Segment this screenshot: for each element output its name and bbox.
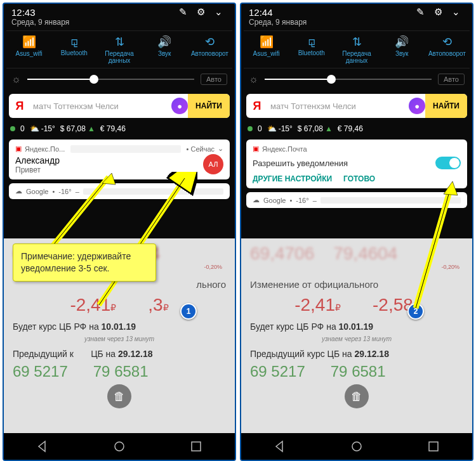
rotate-icon: ⟲: [425, 35, 470, 49]
status-dot: [10, 126, 15, 131]
toggle-data[interactable]: ⇅Передача данных: [334, 30, 379, 68]
notification-card[interactable]: ▣ Яндекс.По... • Сейчас ⌄ Александр Прив…: [9, 140, 230, 179]
trash-icon[interactable]: 🗑: [107, 384, 131, 408]
svg-point-0: [115, 442, 124, 451]
mail-icon: ▣: [15, 145, 22, 153]
status-date: Среда, 9 января: [4, 18, 235, 30]
status-time: 12:44: [249, 7, 411, 18]
weather-widget[interactable]: 0 ⛅ -15° $ 67,08 ▲ € 79,46: [246, 122, 467, 136]
toggle-wifi[interactable]: 📶Asus_wifi: [244, 30, 289, 68]
toggle-sound[interactable]: 🔊Звук: [380, 30, 425, 68]
settings-icon[interactable]: ⚙: [192, 6, 209, 18]
brightness-icon: ☼: [249, 74, 258, 85]
bluetooth-icon: ⚼: [51, 35, 96, 48]
find-button[interactable]: НАЙТИ: [425, 94, 467, 118]
expand-icon[interactable]: ⌄: [447, 6, 465, 18]
callout-note: Примечание: удерживайте уведомление 3-5 …: [13, 243, 156, 282]
yandex-search[interactable]: Я матч Тоттенхэм Челси ● НАЙТИ: [9, 94, 230, 118]
yandex-logo: Я: [9, 100, 30, 113]
edit-icon[interactable]: ✎: [411, 6, 429, 18]
nav-recent-icon[interactable]: [427, 440, 440, 453]
notification-time: • Сейчас: [187, 145, 215, 153]
notification-sender: Александр: [15, 155, 223, 166]
toggle-sound[interactable]: 🔊Звук: [142, 30, 187, 68]
yandex-logo: Я: [246, 100, 268, 113]
search-input: матч Тоттенхэм Челси: [268, 101, 409, 111]
toggle-rotate[interactable]: ⟲Автоповорот: [425, 30, 470, 68]
bluetooth-icon: ⚼: [289, 35, 334, 48]
cloud-icon: ☁: [15, 187, 22, 195]
step-badge-2: 2: [407, 303, 424, 320]
allow-notifications-label: Разрешить уведомления: [253, 159, 348, 168]
nav-home-icon[interactable]: [350, 440, 363, 453]
weather-widget[interactable]: 0 ⛅ -15° $ 67,08 ▲ € 79,46: [9, 122, 230, 136]
notification-app: Яндекс.По...: [25, 145, 65, 153]
find-button[interactable]: НАЙТИ: [188, 94, 230, 118]
trash-icon[interactable]: 🗑: [345, 384, 369, 408]
edit-icon[interactable]: ✎: [174, 6, 192, 18]
done-link[interactable]: ГОТОВО: [343, 174, 375, 183]
data-icon: ⇅: [96, 35, 142, 49]
sound-icon: 🔊: [142, 35, 187, 49]
allow-notifications-toggle[interactable]: [435, 157, 461, 169]
brightness-slider[interactable]: [27, 79, 194, 80]
nav-back-icon[interactable]: [274, 440, 286, 453]
toggle-rotate[interactable]: ⟲Автоповорот: [187, 30, 232, 68]
rotate-icon: ⟲: [187, 35, 232, 49]
status-dot: [248, 126, 253, 131]
cloud-icon: ☁: [253, 196, 260, 204]
svg-rect-3: [429, 442, 438, 451]
chevron-down-icon[interactable]: ⌄: [218, 145, 223, 153]
yandex-search[interactable]: Я матч Тоттенхэм Челси ● НАЙТИ: [246, 94, 467, 118]
google-widget[interactable]: ☁ Google • -16° –: [246, 192, 467, 208]
expand-icon[interactable]: ⌄: [209, 6, 227, 18]
settings-icon[interactable]: ⚙: [429, 6, 447, 18]
nav-recent-icon[interactable]: [190, 440, 202, 453]
svg-rect-1: [192, 442, 201, 451]
brightness-icon: ☼: [11, 74, 21, 85]
notification-app: Яндекс.Почта: [262, 145, 307, 153]
search-input: матч Тоттенхэм Челси: [30, 101, 171, 111]
more-settings-link[interactable]: ДРУГИЕ НАСТРОЙКИ: [253, 174, 332, 183]
brightness-slider[interactable]: [265, 79, 432, 80]
mic-icon[interactable]: ●: [171, 98, 188, 114]
brightness-auto[interactable]: Авто: [201, 74, 227, 85]
toggle-bluetooth[interactable]: ⚼Bluetooth: [289, 30, 334, 68]
sound-icon: 🔊: [380, 35, 425, 49]
avatar: АЛ: [203, 154, 223, 174]
toggle-bluetooth[interactable]: ⚼Bluetooth: [51, 30, 96, 68]
toggle-data[interactable]: ⇅Передача данных: [96, 30, 142, 68]
mail-icon: ▣: [253, 145, 259, 153]
svg-point-2: [352, 442, 361, 451]
toggle-wifi[interactable]: 📶Asus_wifi: [6, 30, 51, 68]
brightness-auto[interactable]: Авто: [438, 74, 465, 85]
nav-back-icon[interactable]: [36, 440, 49, 453]
notification-preview: Привет: [15, 166, 223, 174]
google-widget[interactable]: ☁ Google • -16° –: [9, 183, 230, 199]
wifi-icon: 📶: [6, 35, 51, 49]
mic-icon[interactable]: ●: [409, 98, 425, 114]
status-time: 12:43: [11, 7, 174, 18]
status-date: Среда, 9 января: [241, 18, 472, 30]
step-badge-1: 1: [180, 303, 197, 320]
notification-settings-card: ▣ Яндекс.Почта Разрешить уведомления ДРУ…: [246, 140, 467, 188]
data-icon: ⇅: [334, 35, 379, 49]
nav-home-icon[interactable]: [113, 440, 126, 453]
wifi-icon: 📶: [244, 35, 289, 49]
